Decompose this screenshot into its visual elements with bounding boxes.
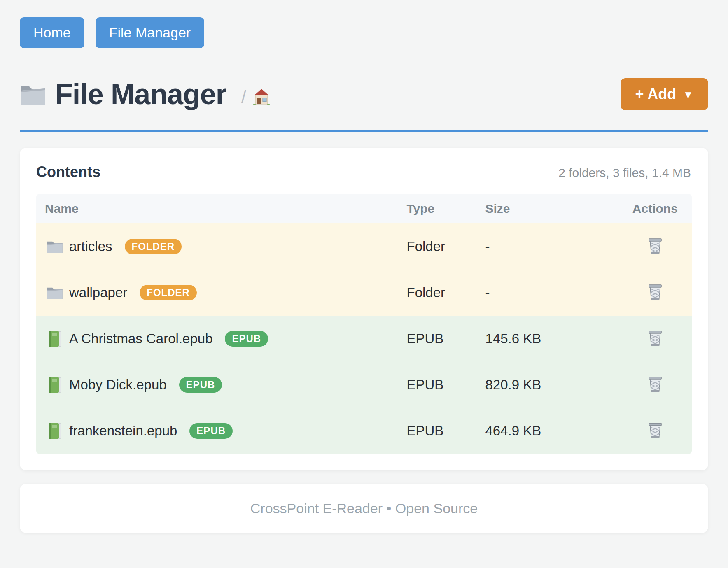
caret-down-icon: ▼ bbox=[683, 88, 693, 101]
column-header-name: Name bbox=[36, 194, 406, 223]
trash-icon bbox=[647, 329, 663, 347]
column-header-actions: Actions bbox=[618, 194, 692, 223]
type-cell: EPUB bbox=[406, 362, 485, 408]
size-cell: - bbox=[485, 270, 618, 316]
folder-icon bbox=[46, 285, 63, 300]
page-title: File Manager bbox=[55, 78, 226, 111]
files-table: Name Type Size Actions bbox=[36, 194, 692, 454]
file-name[interactable]: articles bbox=[69, 239, 112, 254]
contents-card-header: Contents 2 folders, 3 files, 1.4 MB bbox=[36, 163, 692, 183]
trash-icon bbox=[647, 283, 663, 300]
table-row: frankenstein.epub EPUB EPUB 464.9 KB bbox=[36, 408, 692, 454]
file-name[interactable]: frankenstein.epub bbox=[69, 423, 177, 439]
title-block: File Manager / bbox=[20, 78, 271, 111]
page-header: File Manager / + Add ▼ bbox=[20, 78, 708, 111]
actions-cell bbox=[618, 270, 692, 316]
file-type-badge: EPUB bbox=[179, 377, 222, 393]
book-icon bbox=[47, 422, 62, 440]
table-row: articles FOLDER Folder - bbox=[36, 223, 692, 270]
file-name[interactable]: A Christmas Carol.epub bbox=[69, 331, 212, 347]
type-cell: EPUB bbox=[406, 408, 485, 454]
top-nav: Home File Manager bbox=[20, 17, 708, 48]
footer-text: CrossPoint E-Reader • Open Source bbox=[250, 500, 478, 517]
add-button[interactable]: + Add ▼ bbox=[621, 78, 708, 110]
header-divider bbox=[20, 130, 708, 132]
trash-icon bbox=[647, 375, 663, 393]
book-icon bbox=[47, 376, 62, 393]
folder-icon bbox=[46, 239, 63, 254]
breadcrumb-separator: / bbox=[241, 87, 246, 107]
column-header-type: Type bbox=[406, 194, 485, 223]
type-cell: Folder bbox=[406, 270, 485, 316]
name-cell: wallpaper FOLDER bbox=[36, 270, 406, 316]
size-cell: 464.9 KB bbox=[485, 408, 618, 454]
name-cell: articles FOLDER bbox=[36, 223, 406, 270]
contents-heading: Contents bbox=[36, 163, 100, 181]
actions-cell bbox=[618, 408, 692, 454]
file-type-badge: EPUB bbox=[225, 331, 268, 347]
page: Home File Manager File Manager / bbox=[0, 0, 728, 533]
actions-cell bbox=[618, 362, 692, 408]
house-icon[interactable] bbox=[252, 87, 271, 107]
folder-icon bbox=[20, 83, 46, 106]
footer-card: CrossPoint E-Reader • Open Source bbox=[20, 484, 708, 533]
file-type-badge: FOLDER bbox=[125, 239, 182, 254]
trash-icon bbox=[647, 421, 663, 439]
add-button-label: + Add bbox=[635, 86, 677, 103]
delete-button[interactable] bbox=[646, 235, 665, 256]
actions-cell bbox=[618, 316, 692, 362]
book-icon bbox=[47, 330, 62, 347]
size-cell: 145.6 KB bbox=[485, 316, 618, 362]
name-cell: Moby Dick.epub EPUB bbox=[36, 362, 406, 408]
actions-cell bbox=[618, 223, 692, 270]
delete-button[interactable] bbox=[646, 374, 665, 394]
file-type-badge: EPUB bbox=[189, 423, 233, 439]
type-cell: EPUB bbox=[406, 316, 485, 362]
file-name[interactable]: wallpaper bbox=[69, 285, 127, 300]
delete-button[interactable] bbox=[646, 282, 665, 302]
column-header-size: Size bbox=[485, 194, 618, 223]
name-cell: frankenstein.epub EPUB bbox=[36, 408, 406, 454]
table-row: A Christmas Carol.epub EPUB EPUB 145.6 K… bbox=[36, 316, 692, 362]
delete-button[interactable] bbox=[646, 328, 665, 348]
nav-button-home[interactable]: Home bbox=[20, 17, 84, 48]
nav-button-file-manager[interactable]: File Manager bbox=[96, 17, 204, 48]
file-type-badge: FOLDER bbox=[140, 285, 197, 300]
table-row: Moby Dick.epub EPUB EPUB 820.9 KB bbox=[36, 362, 692, 408]
table-row: wallpaper FOLDER Folder - bbox=[36, 270, 692, 316]
contents-summary: 2 folders, 3 files, 1.4 MB bbox=[558, 166, 691, 180]
contents-card: Contents 2 folders, 3 files, 1.4 MB Name… bbox=[20, 148, 708, 470]
type-cell: Folder bbox=[406, 223, 485, 270]
trash-icon bbox=[647, 237, 663, 254]
table-body: articles FOLDER Folder - bbox=[36, 223, 692, 454]
table-header-row: Name Type Size Actions bbox=[36, 194, 692, 223]
file-name[interactable]: Moby Dick.epub bbox=[69, 377, 167, 393]
breadcrumb: / bbox=[241, 87, 271, 107]
size-cell: - bbox=[485, 223, 618, 270]
size-cell: 820.9 KB bbox=[485, 362, 618, 408]
name-cell: A Christmas Carol.epub EPUB bbox=[36, 316, 406, 362]
delete-button[interactable] bbox=[646, 420, 665, 440]
